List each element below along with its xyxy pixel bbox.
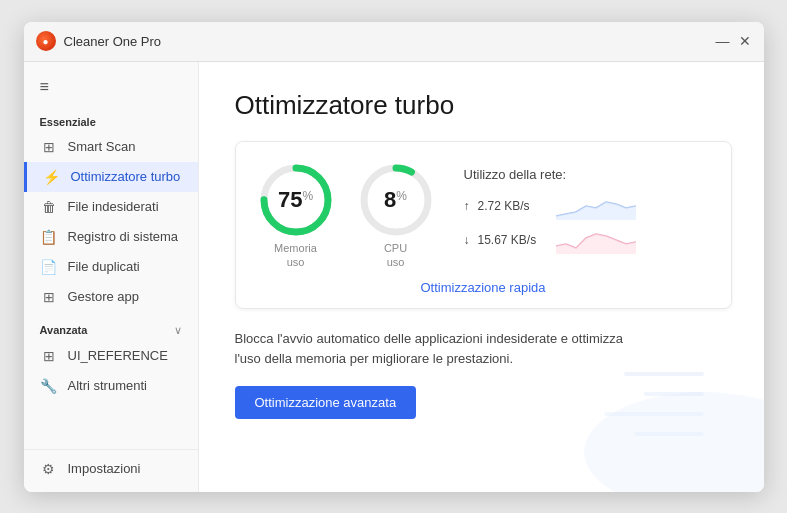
settings-icon: ⚙	[40, 461, 58, 477]
download-row: ↓ 15.67 KB/s	[464, 226, 711, 254]
altri-strumenti-label: Altri strumenti	[68, 378, 147, 393]
memory-value: 75	[278, 186, 302, 211]
main-content: Ottimizzatore turbo 75%	[199, 62, 764, 492]
network-title: Utilizzo della rete:	[464, 167, 711, 182]
description-text: Blocca l'avvio automatico delle applicaz…	[235, 329, 732, 371]
ottimizzatore-turbo-icon: ⚡	[43, 169, 61, 185]
section-avanzata-label: Avanzata	[40, 324, 88, 336]
memory-gauge-center: 75%	[278, 186, 313, 212]
sidebar-item-smart-scan[interactable]: ⊞ Smart Scan	[24, 132, 198, 162]
title-bar: ● Cleaner One Pro — ✕	[24, 22, 764, 62]
registro-sistema-icon: 📋	[40, 229, 58, 245]
sidebar-item-impostazioni[interactable]: ⚙ Impostazioni	[24, 454, 198, 484]
download-value: 15.67 KB/s	[478, 233, 548, 247]
svg-point-0	[584, 392, 764, 492]
chevron-down-icon: ∨	[174, 324, 182, 337]
download-arrow: ↓	[464, 233, 470, 247]
settings-label: Impostazioni	[68, 461, 141, 476]
cpu-label2: uso	[387, 256, 405, 268]
upload-chart	[556, 192, 636, 220]
title-bar-controls: — ✕	[716, 34, 752, 48]
memory-gauge: 75%	[256, 160, 336, 240]
registro-sistema-label: Registro di sistema	[68, 229, 179, 244]
cpu-gauge-wrap: 8% CPU uso	[356, 160, 436, 268]
sidebar-item-file-indesiderati[interactable]: 🗑 File indesiderati	[24, 192, 198, 222]
smart-scan-icon: ⊞	[40, 139, 58, 155]
sidebar-bottom: ⚙ Impostazioni	[24, 449, 198, 484]
sidebar-item-altri-strumenti[interactable]: 🔧 Altri strumenti	[24, 371, 198, 401]
network-section: Utilizzo della rete: ↑ 2.72 KB/s ↓	[456, 167, 711, 260]
cpu-percent: %	[396, 189, 407, 203]
memory-label1: Memoria	[274, 242, 317, 254]
cpu-gauge: 8%	[356, 160, 436, 240]
background-decoration	[504, 292, 764, 492]
page-title: Ottimizzatore turbo	[235, 90, 732, 121]
file-indesiderati-icon: 🗑	[40, 199, 58, 215]
stats-card-inner: 75% Memoria uso	[256, 160, 711, 296]
svg-marker-9	[556, 202, 636, 220]
upload-value: 2.72 KB/s	[478, 199, 548, 213]
ottimizzazione-avanzata-button[interactable]: Ottimizzazione avanzata	[235, 386, 417, 419]
ui-reference-icon: ⊞	[40, 348, 58, 364]
cpu-label1: CPU	[384, 242, 407, 254]
app-icon: ●	[36, 31, 56, 51]
ottimizzazione-rapida-text[interactable]: Ottimizzazione rapida	[421, 280, 546, 295]
section-avanzata-header: Avanzata ∨	[24, 320, 198, 341]
upload-row: ↑ 2.72 KB/s	[464, 192, 711, 220]
altri-strumenti-icon: 🔧	[40, 378, 58, 394]
stats-card: 75% Memoria uso	[235, 141, 732, 309]
download-chart	[556, 226, 636, 254]
app-title: Cleaner One Pro	[64, 34, 162, 49]
gestore-app-label: Gestore app	[68, 289, 140, 304]
file-duplicati-label: File duplicati	[68, 259, 140, 274]
gestore-app-icon: ⊞	[40, 289, 58, 305]
stats-row: 75% Memoria uso	[256, 160, 711, 268]
sidebar: ≡ Essenziale ⊞ Smart Scan ⚡ Ottimizzator…	[24, 62, 199, 492]
cpu-value: 8	[384, 186, 396, 211]
sidebar-item-file-duplicati[interactable]: 📄 File duplicati	[24, 252, 198, 282]
ui-reference-label: UI_REFERENCE	[68, 348, 168, 363]
memory-percent: %	[302, 189, 313, 203]
sidebar-item-registro-sistema[interactable]: 📋 Registro di sistema	[24, 222, 198, 252]
cpu-gauge-center: 8%	[384, 186, 407, 212]
file-duplicati-icon: 📄	[40, 259, 58, 275]
hamburger-menu[interactable]: ≡	[24, 70, 198, 108]
svg-rect-1	[624, 372, 704, 376]
app-window: ● Cleaner One Pro — ✕ ≡ Essenziale ⊞ Sma…	[24, 22, 764, 492]
svg-rect-4	[634, 432, 704, 436]
sidebar-item-ui-reference[interactable]: ⊞ UI_REFERENCE	[24, 341, 198, 371]
memory-label2: uso	[287, 256, 305, 268]
sidebar-item-ottimizzatore-turbo[interactable]: ⚡ Ottimizzatore turbo	[24, 162, 198, 192]
upload-arrow: ↑	[464, 199, 470, 213]
svg-rect-2	[644, 392, 704, 396]
ottimizzatore-turbo-label: Ottimizzatore turbo	[71, 169, 181, 184]
section-essenziale-label: Essenziale	[24, 112, 198, 132]
sidebar-item-gestore-app[interactable]: ⊞ Gestore app	[24, 282, 198, 312]
close-button[interactable]: ✕	[738, 34, 752, 48]
memory-gauge-wrap: 75% Memoria uso	[256, 160, 336, 268]
minimize-button[interactable]: —	[716, 34, 730, 48]
ottimizzazione-rapida-link[interactable]: Ottimizzazione rapida	[256, 278, 711, 296]
svg-rect-3	[604, 412, 704, 416]
title-bar-left: ● Cleaner One Pro	[36, 31, 716, 51]
smart-scan-label: Smart Scan	[68, 139, 136, 154]
file-indesiderati-label: File indesiderati	[68, 199, 159, 214]
app-body: ≡ Essenziale ⊞ Smart Scan ⚡ Ottimizzator…	[24, 62, 764, 492]
